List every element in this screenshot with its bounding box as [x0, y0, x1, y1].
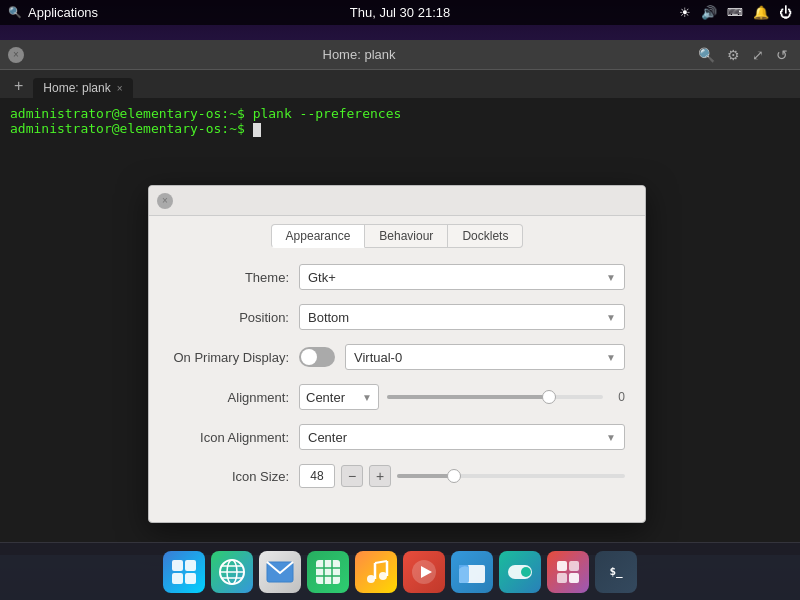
- position-dropdown-arrow: ▼: [606, 312, 616, 323]
- keyboard-icon[interactable]: ⌨: [727, 6, 743, 19]
- dock-icon-settings[interactable]: [499, 551, 541, 593]
- svg-rect-0: [172, 560, 183, 571]
- toggle-knob: [301, 349, 317, 365]
- alignment-value: Center: [306, 390, 345, 405]
- dialog-titlebar: ×: [149, 186, 645, 216]
- search-icon[interactable]: 🔍: [694, 45, 719, 65]
- alignment-slider-fill: [387, 395, 549, 399]
- terminal-tab[interactable]: Home: plank ×: [33, 78, 132, 98]
- theme-label: Theme:: [169, 270, 299, 285]
- icon-alignment-label: Icon Alignment:: [169, 430, 299, 445]
- icon-size-label: Icon Size:: [169, 469, 299, 484]
- svg-rect-3: [185, 573, 196, 584]
- datetime: Thu, Jul 30 21:18: [350, 5, 450, 20]
- dock-icon-terminal[interactable]: $_: [595, 551, 637, 593]
- alignment-label: Alignment:: [169, 390, 299, 405]
- icon-size-slider-thumb[interactable]: [447, 469, 461, 483]
- power-icon[interactable]: ⏻: [779, 5, 792, 20]
- new-tab-button[interactable]: +: [8, 74, 29, 98]
- plank-preferences-dialog: × Appearance Behaviour Docklets Theme: G…: [148, 185, 646, 523]
- prompt-line1: administrator@elementary-os:~$ plank --p…: [10, 106, 401, 121]
- primary-display-row: On Primary Display: Virtual-0 ▼: [169, 344, 625, 370]
- icon-alignment-value: Center: [308, 430, 347, 445]
- primary-display-toggle[interactable]: [299, 347, 335, 367]
- alignment-slider-container: 0: [387, 390, 625, 404]
- icon-alignment-row: Icon Alignment: Center ▼: [169, 424, 625, 450]
- notification-icon[interactable]: 🔔: [753, 5, 769, 20]
- display-dropdown-arrow: ▼: [606, 352, 616, 363]
- app-menu-icon: 🔍: [8, 6, 22, 19]
- terminal-titlebar: × Home: plank 🔍 ⚙ ⤢ ↺: [0, 40, 800, 70]
- prompt-line2: administrator@elementary-os:~$: [10, 121, 253, 136]
- display-select[interactable]: Virtual-0 ▼: [345, 344, 625, 370]
- dock-icon-video[interactable]: [403, 551, 445, 593]
- dock-icon-appstore[interactable]: [547, 551, 589, 593]
- icon-size-decrease-button[interactable]: −: [341, 465, 363, 487]
- svg-rect-27: [569, 561, 579, 571]
- icon-size-slider-container: [397, 474, 625, 478]
- svg-rect-28: [557, 573, 567, 583]
- brightness-icon[interactable]: ☀: [679, 5, 691, 20]
- terminal-title: Home: plank: [323, 47, 396, 62]
- svg-rect-29: [569, 573, 579, 583]
- icon-size-input[interactable]: [299, 464, 335, 488]
- svg-rect-2: [172, 573, 183, 584]
- maximize-icon[interactable]: ⤢: [748, 45, 768, 65]
- position-row: Position: Bottom ▼: [169, 304, 625, 330]
- icon-alignment-dropdown-arrow: ▼: [606, 432, 616, 443]
- icon-size-slider-fill: [397, 474, 454, 478]
- tab-label: Home: plank: [43, 81, 110, 95]
- cursor: [253, 123, 261, 137]
- alignment-slider-value: 0: [609, 390, 625, 404]
- dialog-close-button[interactable]: ×: [157, 193, 173, 209]
- alignment-row: Alignment: Center ▼ 0: [169, 384, 625, 410]
- position-value: Bottom: [308, 310, 349, 325]
- theme-dropdown-arrow: ▼: [606, 272, 616, 283]
- dock-icon-mail[interactable]: [259, 551, 301, 593]
- history-icon[interactable]: ↺: [772, 45, 792, 65]
- icon-alignment-select[interactable]: Center ▼: [299, 424, 625, 450]
- tab-behaviour[interactable]: Behaviour: [365, 224, 448, 248]
- primary-display-label: On Primary Display:: [169, 350, 299, 365]
- dialog-tab-bar: Appearance Behaviour Docklets: [149, 216, 645, 248]
- dock-icon-music[interactable]: [355, 551, 397, 593]
- dock-icon-files[interactable]: [163, 551, 205, 593]
- svg-rect-10: [316, 560, 340, 584]
- tab-appearance[interactable]: Appearance: [271, 224, 366, 248]
- tab-close-button[interactable]: ×: [117, 83, 123, 94]
- icon-size-increase-button[interactable]: +: [369, 465, 391, 487]
- svg-point-25: [521, 567, 531, 577]
- icon-size-row: Icon Size: − +: [169, 464, 625, 488]
- settings-icon[interactable]: ⚙: [723, 45, 744, 65]
- tab-docklets[interactable]: Docklets: [448, 224, 523, 248]
- terminal-close-button[interactable]: ×: [8, 47, 24, 63]
- app-menu-label[interactable]: Applications: [28, 5, 98, 20]
- svg-rect-1: [185, 560, 196, 571]
- alignment-slider-thumb[interactable]: [542, 390, 556, 404]
- svg-rect-26: [557, 561, 567, 571]
- svg-line-19: [375, 561, 387, 563]
- dock-icon-spreadsheet[interactable]: [307, 551, 349, 593]
- dialog-body: Theme: Gtk+ ▼ Position: Bottom ▼: [149, 248, 645, 522]
- position-select[interactable]: Bottom ▼: [299, 304, 625, 330]
- dock-icon-browser[interactable]: [211, 551, 253, 593]
- terminal-tabs: + Home: plank ×: [0, 70, 800, 98]
- alignment-select[interactable]: Center ▼: [299, 384, 379, 410]
- theme-row: Theme: Gtk+ ▼: [169, 264, 625, 290]
- alignment-dropdown-arrow: ▼: [362, 392, 372, 403]
- icon-size-slider-track[interactable]: [397, 474, 625, 478]
- position-label: Position:: [169, 310, 299, 325]
- volume-icon[interactable]: 🔊: [701, 5, 717, 20]
- dock-icon-filemanager[interactable]: [451, 551, 493, 593]
- alignment-slider-track[interactable]: [387, 395, 603, 399]
- display-value: Virtual-0: [354, 350, 402, 365]
- theme-select[interactable]: Gtk+ ▼: [299, 264, 625, 290]
- dock: $_: [0, 542, 800, 600]
- theme-value: Gtk+: [308, 270, 336, 285]
- top-panel: 🔍 Applications Thu, Jul 30 21:18 ☀ 🔊 ⌨ 🔔…: [0, 0, 800, 25]
